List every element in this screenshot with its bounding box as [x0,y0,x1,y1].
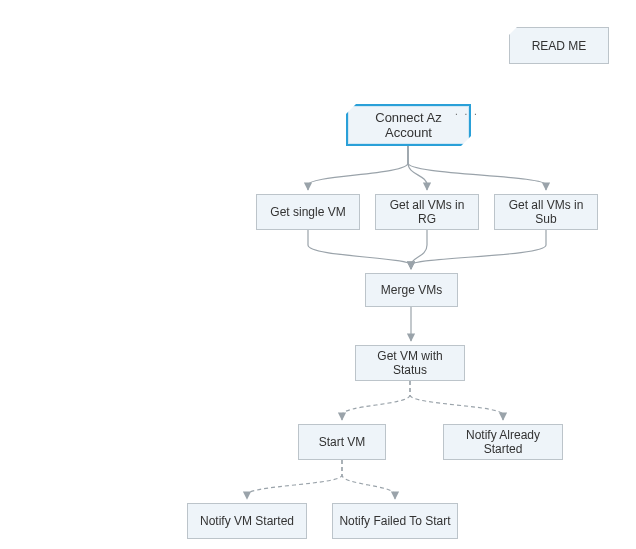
get-vms-in-sub-node[interactable]: Get all VMs in Sub [494,194,598,230]
already-label: Notify Already Started [448,428,558,456]
notify-vm-started-node[interactable]: Notify VM Started [187,503,307,539]
get-sub-label: Get all VMs in Sub [499,198,593,226]
vmstart-label: Notify VM Started [200,514,294,528]
notify-already-started-node[interactable]: Notify Already Started [443,424,563,460]
get-rg-label: Get all VMs in RG [380,198,474,226]
start-vm-node[interactable]: Start VM [298,424,386,460]
merge-label: Merge VMs [381,283,442,297]
get-vm-status-node[interactable]: Get VM with Status [355,345,465,381]
ellipsis-icon[interactable]: . . . [455,106,479,117]
connect-az-account-node[interactable]: Connect Az Account [346,104,471,146]
merge-vms-node[interactable]: Merge VMs [365,273,458,307]
flowchart-canvas: READ ME Connect Az Account . . . Get sin… [0,0,636,549]
readme-note[interactable]: READ ME [509,27,609,64]
readme-label: READ ME [532,39,587,53]
connect-label: Connect Az Account [352,110,465,140]
edges-layer [0,0,636,549]
get-single-vm-node[interactable]: Get single VM [256,194,360,230]
status-label: Get VM with Status [360,349,460,377]
get-single-label: Get single VM [270,205,345,219]
get-vms-in-rg-node[interactable]: Get all VMs in RG [375,194,479,230]
failed-label: Notify Failed To Start [339,514,450,528]
start-label: Start VM [319,435,366,449]
notify-failed-node[interactable]: Notify Failed To Start [332,503,458,539]
